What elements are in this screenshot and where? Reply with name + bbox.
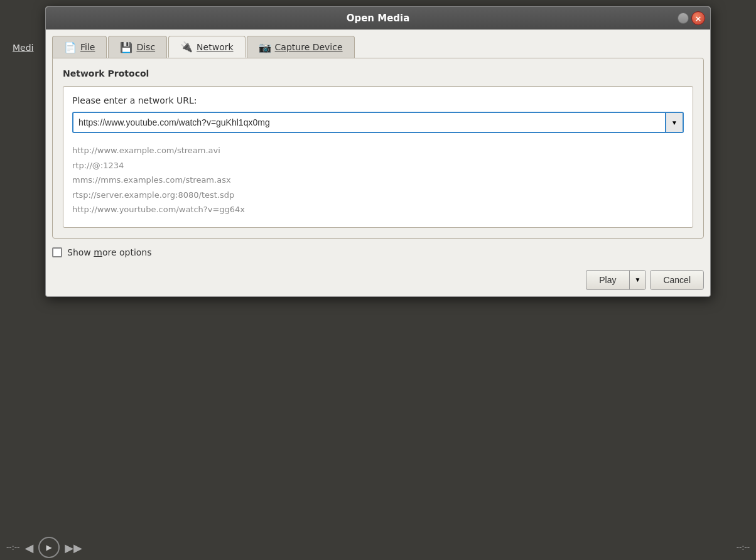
play-dropdown-button[interactable]: ▼ [629,270,647,290]
show-more-options-row: Show more options [52,247,704,257]
maximize-button[interactable] [678,13,689,24]
tab-disc-label: Disc [136,42,155,52]
capture-tab-icon: 📷 [259,41,271,53]
url-example-2: rtp://@:1234 [72,159,684,172]
url-input[interactable] [72,112,666,133]
url-input-row: ▼ [72,112,684,133]
dialog-overlay: Open Media × 📄 File 💾 Disc 🔌 Net [0,0,756,560]
dialog-titlebar: Open Media × [46,7,710,30]
url-examples: http://www.example.com/stream.avi rtp://… [72,142,684,218]
url-example-3: mms://mms.examples.com/stream.asx [72,174,684,186]
tab-file[interactable]: 📄 File [52,36,107,58]
network-panel: Network Protocol Please enter a network … [52,58,704,239]
dialog-content: 📄 File 💾 Disc 🔌 Network 📷 Capture Device [46,30,710,264]
close-button[interactable]: × [691,11,705,25]
dialog-title: Open Media [347,13,410,24]
tab-bar: 📄 File 💾 Disc 🔌 Network 📷 Capture Device [52,36,704,58]
url-label: Please enter a network URL: [72,95,684,105]
show-more-checkbox[interactable] [52,247,62,257]
url-dropdown-button[interactable]: ▼ [666,112,684,133]
show-more-label: Show more options [67,247,152,257]
section-title: Network Protocol [63,68,693,78]
dialog-footer: Play ▼ Cancel [46,264,710,296]
play-button-group: Play ▼ [586,270,646,290]
url-example-4: rtsp://server.example.org:8080/test.sdp [72,189,684,202]
play-button[interactable]: Play [586,270,629,290]
url-box: Please enter a network URL: ▼ http://www… [63,86,693,228]
url-example-1: http://www.example.com/stream.avi [72,144,684,157]
open-media-dialog: Open Media × 📄 File 💾 Disc 🔌 Net [45,6,711,297]
tab-file-label: File [80,42,95,52]
file-tab-icon: 📄 [64,41,77,53]
tab-capture-label: Capture Device [275,42,343,52]
network-tab-icon: 🔌 [180,41,193,53]
cancel-button[interactable]: Cancel [650,270,704,290]
disc-tab-icon: 💾 [120,41,132,53]
tab-network-label: Network [197,42,233,52]
tab-capture[interactable]: 📷 Capture Device [247,36,355,58]
url-example-5: http://www.yourtube.com/watch?v=gg64x [72,203,684,216]
tab-disc[interactable]: 💾 Disc [108,36,167,58]
tab-network[interactable]: 🔌 Network [168,36,245,58]
